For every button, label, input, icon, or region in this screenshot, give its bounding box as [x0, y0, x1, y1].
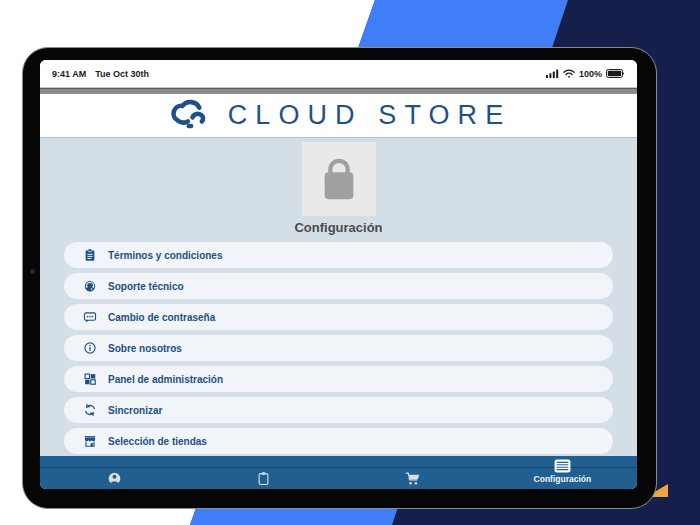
menu-item-label: Soporte técnico [108, 281, 184, 292]
tab-orders[interactable] [189, 456, 338, 489]
tab-cart[interactable] [339, 456, 488, 489]
sync-icon [83, 403, 97, 417]
menu-item-label: Cambio de contraseña [108, 312, 215, 323]
settings-page: Configuración Términos y condi [40, 138, 637, 456]
about-icon [83, 341, 97, 355]
status-date: Tue Oct 30th [95, 69, 149, 79]
tablet-frame: 9:41 AM Tue Oct 30th 100% [22, 47, 657, 509]
status-time: 9:41 AM [52, 69, 86, 79]
cart-icon [405, 471, 421, 486]
app-bag-icon [302, 142, 376, 216]
terms-icon [83, 248, 97, 262]
support-icon [83, 279, 97, 293]
settings-menu: Términos y condiciones Soporte técnico [40, 242, 637, 454]
tab-settings[interactable]: Configuración [488, 456, 637, 489]
tab-settings-label: Configuración [534, 474, 592, 484]
admin-icon [83, 372, 97, 386]
status-bar: 9:41 AM Tue Oct 30th 100% [40, 60, 637, 88]
settings-icon [554, 459, 571, 473]
menu-item-admin-panel[interactable]: Panel de administración [64, 366, 613, 392]
menu-item-label: Selección de tiendas [108, 436, 207, 447]
menu-item-about[interactable]: Sobre nosotros [64, 335, 613, 361]
account-icon [107, 471, 122, 486]
wifi-icon [563, 69, 575, 78]
page-title: Configuración [294, 220, 382, 235]
menu-item-store-selection[interactable]: Selección de tiendas [64, 428, 613, 454]
tab-bar: Configuración [40, 456, 637, 489]
logo-text: CLOUD STORE [228, 102, 512, 129]
battery-percent: 100% [579, 69, 602, 79]
app-screen: 9:41 AM Tue Oct 30th 100% [40, 60, 637, 489]
front-camera [30, 269, 35, 274]
cloud-logo-icon [166, 99, 218, 132]
menu-item-support[interactable]: Soporte técnico [64, 273, 613, 299]
menu-item-label: Panel de administración [108, 374, 223, 385]
cellular-signal-icon [546, 69, 559, 78]
app-header: CLOUD STORE [40, 94, 637, 138]
stores-icon [83, 434, 97, 448]
password-icon [83, 310, 97, 324]
battery-icon [606, 69, 625, 78]
menu-item-label: Sobre nosotros [108, 343, 182, 354]
orders-icon [257, 471, 270, 486]
menu-item-terms[interactable]: Términos y condiciones [64, 242, 613, 268]
menu-item-label: Términos y condiciones [108, 250, 222, 261]
menu-item-sync[interactable]: Sincronizar [64, 397, 613, 423]
menu-item-label: Sincronizar [108, 405, 162, 416]
menu-item-password[interactable]: Cambio de contraseña [64, 304, 613, 330]
tab-account[interactable] [40, 456, 189, 489]
